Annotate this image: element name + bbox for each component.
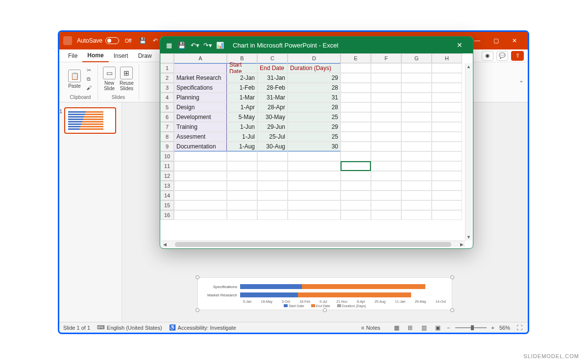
save-icon[interactable]: 💾	[138, 37, 147, 44]
cell[interactable]: Development	[174, 112, 227, 122]
cell[interactable]: 30-May	[257, 112, 288, 122]
format-painter-icon[interactable]: 🖌	[85, 84, 93, 91]
cell[interactable]	[401, 151, 432, 161]
cell[interactable]	[174, 171, 227, 181]
record-button[interactable]: ◉	[482, 51, 493, 61]
cell[interactable]	[371, 200, 401, 210]
cell[interactable]: 25	[288, 132, 341, 142]
tab-home[interactable]: Home	[82, 49, 108, 62]
cell[interactable]	[227, 181, 257, 191]
cell[interactable]: 30	[288, 142, 341, 151]
cell[interactable]	[341, 112, 371, 122]
tab-insert[interactable]: Insert	[109, 49, 133, 62]
cell[interactable]	[341, 102, 371, 112]
cell[interactable]	[371, 171, 401, 181]
cell[interactable]: Start Date	[227, 63, 257, 73]
cell[interactable]	[341, 151, 371, 161]
new-slide-button[interactable]: ▭ New Slide	[103, 67, 116, 91]
accessibility-indicator[interactable]: ♿Accessibility: Investigate	[169, 324, 236, 331]
vertical-scrollbar[interactable]: ▲ ▼	[465, 63, 472, 241]
cell[interactable]	[227, 191, 257, 200]
cell[interactable]	[432, 142, 462, 151]
cell[interactable]	[401, 210, 432, 220]
row-head[interactable]: 13	[160, 181, 174, 191]
language-indicator[interactable]: ⌨English (United States)	[97, 324, 162, 331]
scroll-thumb[interactable]	[175, 242, 451, 247]
cell[interactable]: 2-Jan	[227, 73, 257, 83]
cell[interactable]	[341, 210, 371, 220]
cell[interactable]	[432, 83, 462, 93]
cell[interactable]: Assesment	[174, 132, 227, 142]
cell[interactable]	[371, 83, 401, 93]
cell[interactable]	[432, 102, 462, 112]
cell[interactable]: Specifications	[174, 83, 227, 93]
copy-icon[interactable]: ⧉	[85, 75, 93, 82]
select-all-corner[interactable]	[160, 53, 174, 63]
cell[interactable]	[432, 93, 462, 102]
cell[interactable]	[401, 73, 432, 83]
cell[interactable]	[432, 161, 462, 171]
cell[interactable]	[288, 200, 341, 210]
row-head[interactable]: 7	[160, 122, 174, 132]
cell[interactable]: 29-Jun	[257, 122, 288, 132]
cell[interactable]: 1-Apr	[227, 102, 257, 112]
cell[interactable]	[371, 112, 401, 122]
chart-object[interactable]: Specifications Market Research 0-Jan18-M…	[197, 277, 452, 310]
cell[interactable]	[341, 73, 371, 83]
cell[interactable]	[341, 200, 371, 210]
undo-icon[interactable]: ↶▾	[191, 42, 198, 49]
zoom-slider[interactable]	[455, 327, 487, 328]
cell[interactable]	[341, 132, 371, 142]
cell[interactable]	[401, 171, 432, 181]
cell[interactable]	[401, 132, 432, 142]
row-head[interactable]: 9	[160, 142, 174, 151]
cell[interactable]	[432, 191, 462, 200]
fit-to-window-icon[interactable]: ⛶	[515, 324, 524, 331]
cell[interactable]	[371, 191, 401, 200]
excel-close-button[interactable]: ✕	[451, 37, 468, 53]
cell[interactable]: 1-Feb	[227, 83, 257, 93]
cell[interactable]	[288, 181, 341, 191]
scroll-left-icon[interactable]: ◀	[161, 242, 168, 247]
cell[interactable]	[432, 63, 462, 73]
cell[interactable]: 28-Feb	[257, 83, 288, 93]
cell[interactable]: 5-May	[227, 112, 257, 122]
cell[interactable]: 28-Apr	[257, 102, 288, 112]
col-head[interactable]: F	[371, 53, 401, 63]
cell[interactable]: Documentation	[174, 142, 227, 151]
cell[interactable]	[432, 200, 462, 210]
cell[interactable]: 25-Jul	[257, 132, 288, 142]
zoom-in-button[interactable]: +	[491, 325, 494, 331]
cell[interactable]	[432, 171, 462, 181]
cell[interactable]	[174, 210, 227, 220]
col-head[interactable]: H	[432, 53, 462, 63]
cell[interactable]	[257, 210, 288, 220]
cell[interactable]	[288, 151, 341, 161]
slide-thumbnail-1[interactable]: 1	[64, 107, 116, 134]
cell[interactable]: 28	[288, 83, 341, 93]
cell[interactable]	[174, 161, 227, 171]
row-head[interactable]: 5	[160, 102, 174, 112]
cell[interactable]	[371, 142, 401, 151]
cut-icon[interactable]: ✂	[85, 67, 93, 73]
cell[interactable]: 1-Mar	[227, 93, 257, 102]
cell[interactable]: Planning	[174, 93, 227, 102]
cell[interactable]	[257, 181, 288, 191]
maximize-button[interactable]: ▢	[487, 32, 505, 49]
cell[interactable]: 31-Jan	[257, 73, 288, 83]
undo-icon[interactable]: ↶	[151, 37, 160, 44]
cell[interactable]: 1-Aug	[227, 142, 257, 151]
cell[interactable]	[401, 142, 432, 151]
cell[interactable]	[401, 112, 432, 122]
cell[interactable]	[174, 181, 227, 191]
share-button[interactable]: ⇪	[511, 51, 524, 61]
cell[interactable]	[371, 93, 401, 102]
resize-handle[interactable]	[196, 308, 199, 312]
cell[interactable]	[401, 63, 432, 73]
cell[interactable]	[341, 191, 371, 200]
cell[interactable]	[401, 122, 432, 132]
paste-button[interactable]: 📋 Paste	[68, 70, 81, 89]
cell[interactable]: 29	[288, 73, 341, 83]
col-head[interactable]: D	[288, 53, 341, 63]
close-button[interactable]: ✕	[505, 32, 524, 49]
